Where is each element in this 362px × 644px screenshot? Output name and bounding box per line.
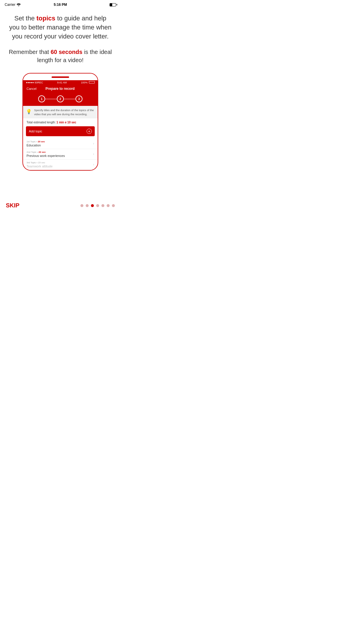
inner-battery: 100%	[81, 81, 95, 84]
estimated-length: Total estimated length: 1 min e 10 sec	[23, 118, 98, 126]
chevron-right-icon-2: ›	[93, 152, 94, 156]
chevron-right-icon-3: ›	[93, 162, 94, 167]
skip-button[interactable]: SKIP	[6, 202, 20, 209]
dot-3[interactable]	[91, 204, 94, 207]
inner-nav-title: Prepare to record	[45, 87, 75, 91]
info-text: Specify titles and the duration of the t…	[34, 108, 95, 116]
status-bar: Carrier 5:16 PM	[0, 0, 121, 8]
topic-1-name: Education	[27, 144, 45, 147]
bottom-bar: SKIP	[0, 202, 121, 209]
steps-container: 1 2 3	[23, 93, 98, 106]
headline-text: Set the topics to guide and help you to …	[9, 14, 112, 41]
dot-7[interactable]	[112, 204, 115, 207]
info-box: 💡 Specify titles and the duration of the…	[23, 106, 98, 118]
topic-item-1[interactable]: 1st Topic • 20 sec Education ›	[23, 139, 98, 149]
pagination-dots	[80, 204, 115, 207]
wifi-icon	[17, 3, 21, 6]
topic-3-meta: 3rd Topic • 15 sec	[27, 161, 52, 164]
svg-point-0	[18, 6, 19, 6]
inner-cancel-button[interactable]: Cancel	[27, 87, 36, 90]
step-1[interactable]: 1	[38, 95, 45, 102]
dot-5[interactable]	[101, 204, 104, 207]
lightbulb-icon: 💡	[26, 109, 32, 114]
estimated-value: 1 min e 10 sec	[57, 121, 76, 124]
topic-2-meta: 2nd Topic • 20 sec	[27, 151, 65, 153]
inner-carrier: ●●●●● 60REC	[26, 81, 43, 84]
carrier-label: Carrier	[5, 3, 21, 7]
phone-mockup-wrapper: ●●●●● 60REC 9:41 AM 100% Cancel Prepare …	[0, 73, 121, 171]
add-topic-plus-icon: +	[87, 129, 92, 134]
phone-notch	[52, 76, 69, 78]
step-3[interactable]: 3	[75, 95, 82, 102]
chevron-right-icon-1: ›	[93, 141, 94, 146]
step-line-2	[64, 99, 75, 99]
add-topic-label: Add topic	[29, 130, 42, 133]
seconds-highlight: 60 seconds	[51, 49, 82, 55]
step-2[interactable]: 2	[57, 95, 64, 102]
inner-status-bar: ●●●●● 60REC 9:41 AM 100%	[23, 80, 98, 85]
topic-1-meta: 1st Topic • 20 sec	[27, 140, 45, 143]
inner-nav-bar: Cancel Prepare to record	[23, 85, 98, 93]
dot-4[interactable]	[96, 204, 99, 207]
main-content: Set the topics to guide and help you to …	[0, 8, 121, 64]
dot-6[interactable]	[107, 204, 110, 207]
topic-item-2[interactable]: 2nd Topic • 20 sec Previous work experie…	[23, 149, 98, 160]
topic-item-3[interactable]: 3rd Topic • 15 sec Teamwork attitude ›	[23, 160, 98, 170]
dot-2[interactable]	[86, 204, 89, 207]
inner-time: 9:41 AM	[57, 81, 67, 84]
topic-2-name: Previous work experiences	[27, 154, 65, 158]
dot-1[interactable]	[80, 204, 83, 207]
topics-highlight: topics	[36, 15, 55, 22]
status-time: 5:16 PM	[54, 3, 67, 7]
subheadline-text: Remember that 60 seconds is the ideal le…	[9, 48, 112, 64]
topic-3-name: Teamwork attitude	[27, 164, 52, 168]
add-topic-button[interactable]: Add topic +	[26, 126, 95, 136]
step-line-1	[45, 99, 57, 99]
phone-mockup: ●●●●● 60REC 9:41 AM 100% Cancel Prepare …	[22, 73, 98, 171]
inner-battery-bar	[89, 81, 95, 83]
battery-indicator	[110, 3, 116, 6]
